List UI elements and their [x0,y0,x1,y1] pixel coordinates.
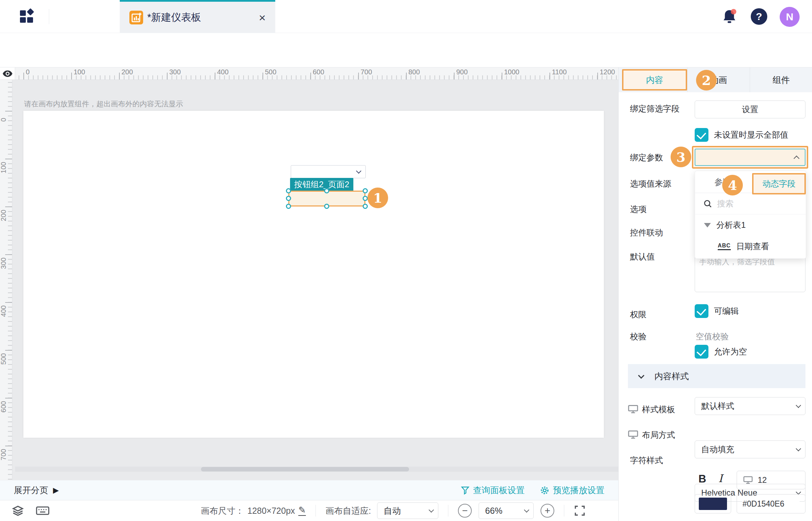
resize-handle[interactable] [324,188,329,193]
bold-button[interactable]: B [698,473,706,485]
pager-strip: 展开分页 ▶ 查询面板设置 预览播放设置 [0,480,618,500]
h-ruler: 0100200300400500600700800900100011001200 [0,67,618,80]
h-ruler-major-tick [215,73,215,79]
zoom-level-select[interactable]: 66% [479,502,534,519]
resize-handle[interactable] [363,188,368,193]
h-ruler-label: 500 [265,68,276,76]
tree-node-table[interactable]: 分析表1 [695,214,806,236]
font-color-fill [699,498,727,510]
resize-handle[interactable] [363,196,368,201]
default-value-textarea[interactable] [695,254,805,292]
h-ruler-major-tick [119,73,120,79]
h-ruler-label: 700 [361,68,372,76]
tab-content[interactable]: 内容 [622,69,687,91]
funnel-icon [461,486,470,495]
h-ruler-label: 0 [26,68,30,76]
font-size-value: 12 [758,475,767,485]
scrollbar-thumb[interactable] [201,467,409,471]
edit-pencil-icon[interactable]: ✎ [298,506,306,515]
font-size-field[interactable]: 12 [737,471,805,489]
h-ruler-label: 400 [217,68,228,76]
canvas-size-value: 1280×720px [247,506,295,516]
selected-widget-box[interactable] [288,191,365,206]
v-ruler-label: 400 [0,304,7,319]
bind-param-annotation-box [692,146,808,169]
canvas-fit-label: 画布自适应: [325,505,371,517]
font-color-swatch[interactable] [695,494,731,513]
help-icon[interactable]: ? [751,8,767,25]
resize-handle[interactable] [324,204,329,209]
h-ruler-major-tick [167,73,168,79]
tab-close-icon[interactable]: × [259,12,266,23]
resize-handle[interactable] [363,204,368,209]
resize-handle[interactable] [286,196,291,201]
annotation-badge-3: 3 [671,147,691,167]
v-ruler-major-tick [5,446,12,446]
chevron-down-icon [796,403,801,408]
h-ruler-label: 100 [74,68,85,76]
layout-mode-select[interactable]: 自动填充 [695,440,805,458]
expand-pages-button[interactable]: 展开分页 ▶ [14,485,59,496]
bind-param-select[interactable] [695,149,805,166]
checkbox-checked-icon[interactable] [695,128,708,142]
user-avatar[interactable]: N [780,7,800,27]
tree-leaf-label: 日期查看 [736,241,769,252]
canvas-hint-text: 请在画布内放置组件，超出画布外的内容无法显示 [24,99,183,109]
zoom-in-button[interactable]: + [541,504,554,518]
bind-filter-settings-button[interactable]: 设置 [695,100,805,118]
tree-expand-caret-icon[interactable] [704,223,711,227]
checkbox-checked-icon[interactable] [695,304,708,318]
app-logo-icon[interactable] [18,8,36,25]
tree-node-label: 分析表1 [716,220,746,231]
desktop-scope-icon [628,405,638,414]
h-ruler-label: 1000 [504,68,520,76]
allow-empty-checkbox-row: 允许为空 [695,345,747,359]
query-panel-settings-button[interactable]: 查询面板设置 [461,485,525,496]
tab-dynamic-field[interactable]: 动态字段 [752,173,806,194]
layers-icon[interactable] [12,504,24,517]
h-ruler-label: 900 [456,68,468,76]
dashboard-page[interactable] [23,111,604,438]
checkbox-checked-icon[interactable] [695,345,708,359]
ruler-corner[interactable] [0,67,15,80]
resize-handle[interactable] [286,188,291,193]
preview-play-settings-button[interactable]: 预览播放设置 [540,485,605,496]
style-template-select[interactable]: 默认样式 [695,397,805,415]
italic-button[interactable]: I [718,472,723,485]
editable-label: 可编辑 [714,306,739,317]
h-ruler-major-tick [406,73,407,79]
v-ruler-label: 500 [0,351,7,366]
v-ruler-label: 0 [0,112,7,127]
v-ruler-label: 600 [0,399,7,414]
fullscreen-icon[interactable] [574,505,586,517]
zoom-out-button[interactable]: − [458,504,472,518]
canvas-fit-select[interactable]: 自动 [377,502,438,519]
keyboard-icon[interactable] [36,505,50,516]
v-ruler-major-tick [5,398,12,398]
notifications-bell-icon[interactable] [722,9,737,25]
divider [448,505,448,517]
canvas-size-readout: 画布尺寸： 1280×720px ✎ [201,505,306,517]
font-color-hex-input[interactable] [742,499,800,509]
editable-checkbox-row: 可编辑 [695,304,739,318]
search-input[interactable] [717,199,786,209]
gear-icon [540,486,549,495]
h-ruler-label: 200 [121,68,133,76]
horizontal-scrollbar[interactable] [15,467,618,472]
annotation-badge-1: 1 [367,188,388,208]
default-value-label: 默认值 [630,251,655,262]
tab-component[interactable]: 组件 [750,67,812,92]
search-icon [703,199,712,208]
resize-handle[interactable] [286,204,291,209]
query-panel-settings-label: 查询面板设置 [473,485,525,496]
style-template-value: 默认样式 [701,401,734,412]
dashboard-tab[interactable]: *新建仪表板 × [120,0,275,33]
tree-leaf-field[interactable]: ABC 日期查看 [695,236,806,257]
expand-arrow-icon: ▶ [53,486,59,495]
dropdown-widget[interactable] [291,165,366,178]
chevron-down-icon [356,168,362,174]
content-style-section-header[interactable]: 内容样式 [628,364,805,388]
v-ruler-major-tick [5,111,12,111]
h-ruler-label: 300 [169,68,181,76]
annotation-badge-4: 4 [722,175,743,195]
